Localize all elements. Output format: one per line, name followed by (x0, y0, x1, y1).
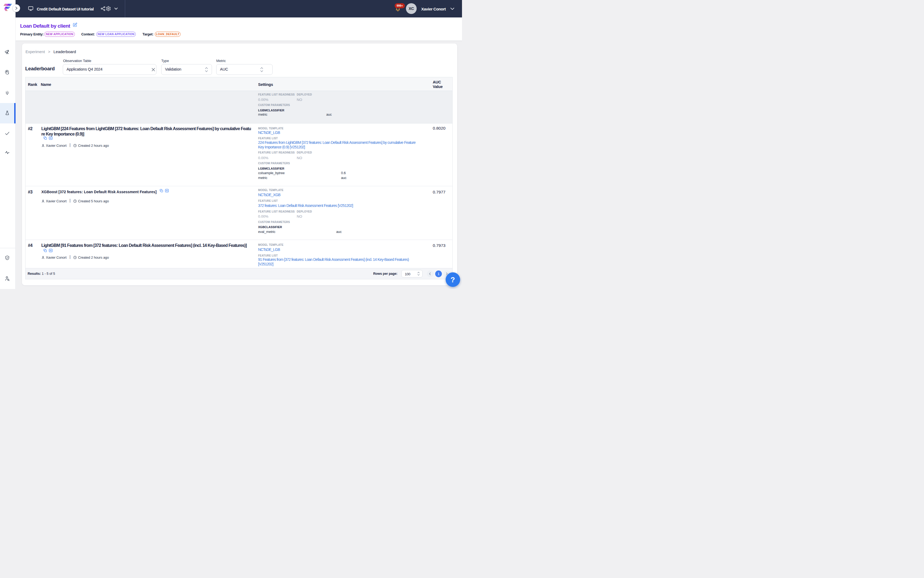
svg-text:ID: ID (50, 137, 52, 139)
svg-text:ID: ID (166, 190, 168, 192)
svg-text:ID: ID (50, 250, 52, 252)
